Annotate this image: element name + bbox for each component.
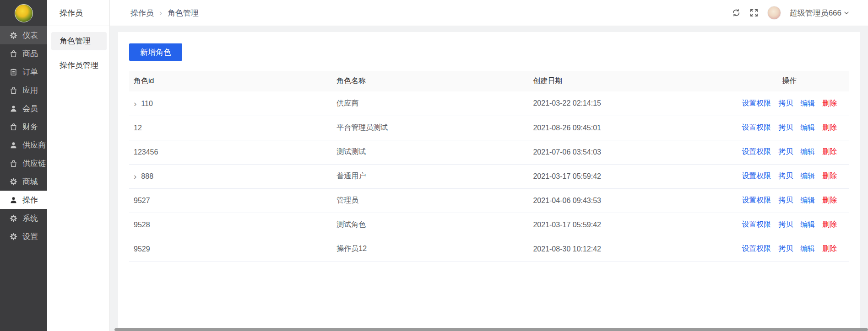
delete-link[interactable]: 删除 — [822, 196, 837, 204]
column-header: 角色名称 — [332, 71, 528, 91]
column-header: 角色id — [129, 71, 332, 91]
expand-row-icon[interactable]: › — [134, 99, 136, 108]
breadcrumb-separator: › — [159, 8, 162, 18]
delete-link[interactable]: 删除 — [822, 123, 837, 131]
sidebar-item-label: 商城 — [22, 176, 38, 187]
cell-actions: 设置权限拷贝编辑删除 — [730, 116, 849, 140]
set-permissions-link[interactable]: 设置权限 — [742, 220, 771, 228]
set-permissions-link[interactable]: 设置权限 — [742, 148, 771, 155]
header-right: 超级管理员666 — [732, 6, 850, 20]
cell-role-id: 9527 — [129, 188, 332, 213]
cell-role-name: 操作员12 — [332, 237, 528, 261]
app-logo[interactable] — [15, 4, 33, 22]
delete-link[interactable]: 删除 — [822, 220, 837, 228]
roles-table: 角色id角色名称创建日期操作 ›110供应商2021-03-22 02:14:1… — [129, 71, 849, 262]
add-role-button[interactable]: 新增角色 — [129, 43, 182, 61]
logo-container — [0, 0, 47, 26]
copy-link[interactable]: 拷贝 — [778, 123, 793, 131]
bag-icon — [10, 86, 17, 94]
role-id-value: 888 — [141, 172, 153, 180]
cell-role-name: 平台管理员测试 — [332, 116, 528, 140]
cell-created-date: 2021-08-30 10:12:42 — [528, 237, 730, 261]
gear-icon — [10, 214, 17, 222]
sidebar-item-goods[interactable]: 商品 — [0, 44, 47, 63]
sidebar-item-label: 商品 — [22, 48, 38, 59]
copy-link[interactable]: 拷贝 — [778, 196, 793, 204]
copy-link[interactable]: 拷贝 — [778, 99, 793, 107]
delete-link[interactable]: 删除 — [822, 99, 837, 107]
set-permissions-link[interactable]: 设置权限 — [742, 99, 771, 107]
bag-icon — [10, 50, 17, 58]
delete-link[interactable]: 删除 — [822, 245, 837, 252]
edit-link[interactable]: 编辑 — [800, 99, 815, 107]
sidebar-item-operations[interactable]: 操作 — [0, 191, 47, 209]
sidebar-item-settings[interactable]: 设置 — [0, 227, 47, 246]
role-id-value: 12 — [134, 124, 142, 132]
sidebar-item-supply-chain[interactable]: 供应链 — [0, 154, 47, 172]
table-row: ›888普通用户2021-03-17 05:59:42设置权限拷贝编辑删除 — [129, 164, 849, 188]
main-area: 操作员›角色管理 超级管理员666 新增角色 — [110, 0, 868, 331]
edit-link[interactable]: 编辑 — [800, 245, 815, 252]
cell-role-name: 测试角色 — [332, 213, 528, 237]
sidebar-item-mall[interactable]: 商城 — [0, 172, 47, 191]
column-header: 操作 — [730, 71, 849, 91]
breadcrumb-item[interactable]: 操作员 — [130, 8, 154, 18]
cell-created-date: 2021-04-06 09:43:53 — [528, 188, 730, 213]
gear-icon — [10, 178, 17, 186]
fullscreen-icon[interactable] — [749, 8, 759, 17]
cell-actions: 设置权限拷贝编辑删除 — [730, 237, 849, 261]
cell-actions: 设置权限拷贝编辑删除 — [730, 91, 849, 116]
submenu-item-operator-management[interactable]: 操作员管理 — [51, 56, 107, 75]
edit-link[interactable]: 编辑 — [800, 148, 815, 155]
submenu-title: 操作员 — [47, 0, 109, 26]
set-permissions-link[interactable]: 设置权限 — [742, 123, 771, 131]
table-row: 123456测试测试2021-07-06 03:54:03设置权限拷贝编辑删除 — [129, 140, 849, 164]
sidebar-item-finance[interactable]: 财务 — [0, 117, 47, 136]
user-avatar[interactable] — [767, 6, 781, 20]
sidebar-item-dashboard[interactable]: 仪表 — [0, 26, 47, 44]
content-card: 新增角色 角色id角色名称创建日期操作 ›110供应商2021-03-22 02… — [118, 32, 860, 331]
submenu-list: 角色管理操作员管理 — [47, 32, 109, 75]
horizontal-scrollbar[interactable] — [114, 328, 868, 331]
sidebar-item-members[interactable]: 会员 — [0, 99, 47, 117]
person-icon — [10, 105, 17, 112]
expand-row-icon[interactable]: › — [134, 172, 136, 181]
set-permissions-link[interactable]: 设置权限 — [742, 172, 771, 180]
sidebar-item-label: 仪表 — [22, 30, 38, 41]
table-row: 9529操作员122021-08-30 10:12:42设置权限拷贝编辑删除 — [129, 237, 849, 261]
edit-link[interactable]: 编辑 — [800, 123, 815, 131]
cell-role-id: ›888 — [129, 164, 332, 188]
user-menu[interactable]: 超级管理员666 — [790, 8, 850, 18]
cell-role-id: 9529 — [129, 237, 332, 261]
refresh-icon[interactable] — [732, 8, 741, 17]
cell-actions: 设置权限拷贝编辑删除 — [730, 188, 849, 213]
submenu-item-role-management[interactable]: 角色管理 — [51, 32, 107, 50]
bag-icon — [10, 123, 17, 131]
set-permissions-link[interactable]: 设置权限 — [742, 245, 771, 252]
cell-role-id: ›110 — [129, 91, 332, 116]
sidebar-item-apps[interactable]: 应用 — [0, 81, 47, 99]
delete-link[interactable]: 删除 — [822, 148, 837, 155]
gear-icon — [10, 233, 17, 240]
cell-role-id: 123456 — [129, 140, 332, 164]
sidebar-menu: 仪表商品订单应用会员财务供应商供应链商城操作系统设置 — [0, 26, 47, 246]
edit-link[interactable]: 编辑 — [800, 196, 815, 204]
edit-link[interactable]: 编辑 — [800, 172, 815, 180]
table-header-row: 角色id角色名称创建日期操作 — [129, 71, 849, 91]
sidebar-item-suppliers[interactable]: 供应商 — [0, 136, 47, 154]
cell-created-date: 2021-08-26 09:45:01 — [528, 116, 730, 140]
copy-link[interactable]: 拷贝 — [778, 148, 793, 155]
copy-link[interactable]: 拷贝 — [778, 220, 793, 228]
sidebar-item-label: 系统 — [22, 213, 38, 224]
sidebar-item-label: 设置 — [22, 231, 38, 242]
cell-created-date: 2021-03-22 02:14:15 — [528, 91, 730, 116]
set-permissions-link[interactable]: 设置权限 — [742, 196, 771, 204]
sidebar-item-orders[interactable]: 订单 — [0, 63, 47, 81]
sidebar-item-system[interactable]: 系统 — [0, 209, 47, 227]
copy-link[interactable]: 拷贝 — [778, 245, 793, 252]
delete-link[interactable]: 删除 — [822, 172, 837, 180]
cell-created-date: 2021-07-06 03:54:03 — [528, 140, 730, 164]
copy-link[interactable]: 拷贝 — [778, 172, 793, 180]
edit-link[interactable]: 编辑 — [800, 220, 815, 228]
sidebar-item-label: 会员 — [22, 103, 38, 114]
